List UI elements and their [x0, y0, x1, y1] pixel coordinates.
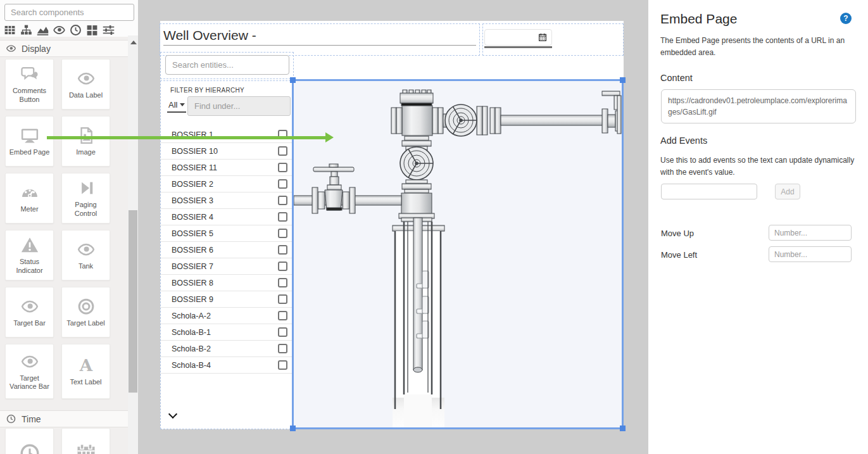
move-up-input[interactable]	[769, 225, 852, 241]
hierarchy-icon[interactable]	[20, 23, 33, 37]
component-tile[interactable]	[61, 428, 110, 454]
hierarchy-dropdown[interactable]: All	[167, 99, 186, 113]
content-url-input[interactable]: https://cadrondev01.petroleumplace.com/e…	[661, 89, 856, 123]
entity-row[interactable]: Schola-B-1	[161, 324, 294, 341]
letter-a-icon: A	[77, 356, 96, 375]
entity-row[interactable]: BOSSIER 1	[161, 127, 294, 143]
component-tile[interactable]: Tank	[61, 230, 110, 281]
clock-icon	[18, 442, 41, 454]
add-events-description: Use this to add events so the text can u…	[660, 154, 858, 178]
eye-icon	[20, 352, 39, 371]
scrollbar-up-arrow-icon[interactable]	[130, 41, 137, 44]
hierarchy-dropdown-value: All	[168, 100, 177, 110]
entity-row[interactable]: BOSSIER 9	[161, 291, 294, 308]
filter-heading: FILTER BY HIERARCHY	[170, 87, 244, 94]
component-description: The Embed Page presents the contents of …	[660, 35, 854, 58]
time-components-grid	[5, 428, 110, 454]
component-tile[interactable]: Image	[61, 116, 110, 167]
selection-handle[interactable]	[290, 77, 296, 83]
eye-icon[interactable]	[53, 23, 66, 37]
entity-row[interactable]: BOSSIER 4	[161, 209, 294, 225]
table-icon[interactable]	[3, 23, 16, 37]
display-components-grid: Comments Button Data Label Embed Page Im…	[5, 59, 110, 399]
entity-row[interactable]: Schola-B-4	[161, 357, 294, 374]
entity-checkbox[interactable]	[278, 229, 287, 238]
move-up-label: Move Up	[661, 229, 694, 238]
area-chart-icon[interactable]	[36, 23, 49, 37]
sidebar-scrollbar-thumb[interactable]	[129, 210, 137, 393]
comments-icon	[20, 65, 39, 84]
component-tile[interactable]: Paging Control	[61, 173, 110, 224]
panel-title: Embed Page	[660, 11, 737, 27]
selection-handle[interactable]	[620, 426, 626, 431]
component-tile[interactable]: Comments Button	[5, 59, 54, 110]
entity-checkbox[interactable]	[278, 163, 287, 172]
entity-row[interactable]: BOSSIER 5	[161, 225, 294, 242]
blocks-icon[interactable]	[85, 23, 99, 37]
selection-handle[interactable]	[620, 77, 626, 83]
find-under-input[interactable]	[187, 96, 291, 116]
entity-checkbox[interactable]	[278, 212, 287, 222]
entity-row[interactable]: BOSSIER 8	[161, 275, 294, 291]
selection-handle[interactable]	[290, 426, 296, 431]
help-icon[interactable]: ?	[840, 13, 852, 24]
entity-checkbox[interactable]	[278, 245, 287, 255]
embed-page-component-selected[interactable]	[292, 79, 624, 429]
entity-checkbox[interactable]	[278, 344, 287, 353]
entity-row[interactable]: BOSSIER 10	[161, 143, 294, 160]
add-button[interactable]: Add	[775, 184, 800, 199]
entity-checkbox[interactable]	[278, 360, 287, 370]
section-header-display[interactable]: Display	[0, 40, 128, 57]
entity-row[interactable]: BOSSIER 6	[161, 242, 294, 258]
eye-icon	[77, 69, 96, 88]
entity-row[interactable]: Schola-B-2	[161, 341, 294, 357]
wellbore	[393, 218, 444, 427]
chevron-down-icon[interactable]	[168, 410, 177, 419]
dashboard-title: Well Overview -	[163, 28, 256, 43]
component-tile[interactable]	[5, 428, 54, 454]
component-tile[interactable]: Status Indicator	[5, 230, 54, 281]
date-picker-underline	[484, 46, 552, 48]
wellhead-top-assembly	[391, 90, 621, 136]
component-tile[interactable]: Embed Page	[5, 116, 54, 167]
entity-checkbox[interactable]	[278, 196, 287, 205]
gas-lift-wellhead-image	[294, 81, 622, 427]
component-tile[interactable]: Target Variance Bar	[5, 344, 54, 399]
entity-row[interactable]: BOSSIER 7	[161, 258, 294, 275]
section-label: Display	[22, 44, 51, 54]
component-sidebar: Display Comments Button Data Label Embed…	[0, 0, 138, 454]
component-tile[interactable]: A Text Label	[61, 344, 110, 399]
component-tile[interactable]: Meter	[5, 173, 54, 224]
add-events-label: Add Events	[660, 136, 707, 146]
entity-row[interactable]: BOSSIER 3	[161, 192, 294, 209]
calendar-icon	[75, 442, 97, 454]
monitor-icon	[20, 126, 39, 145]
entity-checkbox[interactable]	[278, 278, 287, 287]
section-label: Time	[22, 414, 41, 424]
move-left-input[interactable]	[769, 246, 852, 262]
entity-checkbox[interactable]	[278, 262, 287, 271]
entity-search-input[interactable]	[165, 55, 289, 75]
component-tile[interactable]: Target Bar	[5, 287, 54, 337]
clock-icon	[6, 413, 16, 424]
entity-row[interactable]: BOSSIER 2	[161, 176, 294, 192]
sliders-icon[interactable]	[102, 23, 115, 37]
entity-checkbox[interactable]	[278, 179, 287, 189]
drag-arrow-head-icon	[325, 132, 334, 142]
clock-icon[interactable]	[69, 23, 82, 37]
gauge-icon	[20, 183, 39, 202]
entity-checkbox[interactable]	[278, 327, 287, 337]
app-window: Display Comments Button Data Label Embed…	[0, 0, 868, 454]
entity-row[interactable]: BOSSIER 11	[161, 160, 294, 176]
event-name-input[interactable]	[661, 184, 757, 199]
component-tile[interactable]: Data Label	[61, 59, 110, 110]
component-tile[interactable]: Target Label	[61, 287, 110, 337]
calendar-icon[interactable]	[538, 32, 548, 42]
category-toolbar	[3, 23, 130, 37]
entity-checkbox[interactable]	[278, 311, 287, 320]
entity-row[interactable]: Schola-A-2	[161, 308, 294, 324]
component-search-input[interactable]	[4, 4, 134, 21]
section-header-time[interactable]: Time	[0, 410, 128, 427]
entity-checkbox[interactable]	[278, 146, 287, 156]
entity-checkbox[interactable]	[278, 294, 287, 304]
